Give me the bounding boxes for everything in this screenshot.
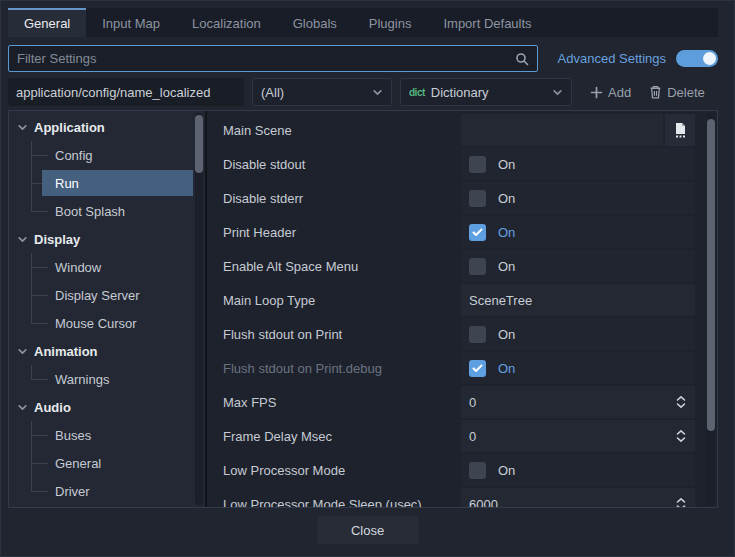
tab-globals[interactable]: Globals: [277, 8, 353, 37]
chevron-down-icon: [17, 346, 28, 357]
delete-button-label: Delete: [667, 85, 705, 100]
toggle-knob: [703, 52, 716, 65]
checkbox-text: On: [498, 157, 515, 172]
setting-label: Flush stdout on Print.debug: [207, 361, 461, 376]
tree-item-window[interactable]: Window: [9, 253, 205, 281]
setting-value-cell: On: [461, 182, 695, 214]
checkbox[interactable]: [469, 326, 486, 343]
spinbox-field[interactable]: 0: [461, 420, 695, 452]
setting-label: Low Processor Mode Sleep (usec): [207, 497, 461, 508]
tree-section-label: Display: [34, 232, 80, 247]
tree-item-warnings[interactable]: Warnings: [9, 365, 205, 393]
setting-label: Low Processor Mode: [207, 463, 461, 478]
tree-item-mouse-cursor[interactable]: Mouse Cursor: [9, 309, 205, 337]
setting-value-cell: On: [461, 216, 695, 248]
text-field[interactable]: SceneTree: [461, 284, 695, 316]
setting-row: Max FPS0: [207, 385, 707, 419]
close-button[interactable]: Close: [317, 516, 419, 544]
tree-item-label: Config: [9, 148, 93, 163]
tree-scrollbar[interactable]: [195, 113, 203, 505]
tree-item-driver[interactable]: Driver: [9, 477, 205, 505]
setting-row: Print HeaderOn: [207, 215, 707, 249]
checkbox[interactable]: [469, 360, 486, 377]
checkbox[interactable]: [469, 190, 486, 207]
tab-bar: GeneralInput MapLocalizationGlobalsPlugi…: [8, 8, 718, 37]
setting-row: Low Processor Mode Sleep (usec)6000: [207, 487, 707, 507]
setting-label: Print Header: [207, 225, 461, 240]
tree-item-buses[interactable]: Buses: [9, 421, 205, 449]
setting-label: Max FPS: [207, 395, 461, 410]
tree-section-label: Application: [34, 120, 105, 135]
settings-scrollbar[interactable]: [707, 113, 715, 505]
tab-import-defaults[interactable]: Import Defaults: [427, 8, 547, 37]
feature-select[interactable]: (All): [252, 78, 392, 106]
checkbox-text: On: [498, 225, 515, 240]
tree-item-label: Buses: [9, 428, 91, 443]
checkbox[interactable]: [469, 258, 486, 275]
property-path-input[interactable]: application/config/name_localized: [8, 78, 244, 106]
setting-label: Flush stdout on Print: [207, 327, 461, 342]
add-button[interactable]: Add: [588, 78, 633, 106]
tree-section-label: Audio: [34, 400, 71, 415]
search-placeholder: Filter Settings: [17, 51, 515, 66]
checkbox[interactable]: [469, 462, 486, 479]
setting-row: Low Processor ModeOn: [207, 453, 707, 487]
category-tree: ApplicationConfigRunBoot SplashDisplayWi…: [9, 111, 205, 507]
setting-row: Flush stdout on Print.debugOn: [207, 351, 707, 385]
chevron-down-icon: [17, 234, 28, 245]
advanced-settings-toggle[interactable]: [676, 50, 718, 67]
tree-item-label: Driver: [9, 484, 90, 499]
setting-value-cell: On: [461, 454, 695, 486]
file-path-field[interactable]: [461, 114, 663, 146]
tree-section-label: Animation: [34, 344, 98, 359]
tree-item-label: Window: [9, 260, 101, 275]
tree-item-display-server[interactable]: Display Server: [9, 281, 205, 309]
tab-general[interactable]: General: [8, 8, 86, 37]
tree-section-application[interactable]: Application: [9, 113, 205, 141]
type-select[interactable]: dict Dictionary: [400, 78, 572, 106]
spinbox-value: 0: [469, 395, 476, 410]
spin-updown-icon[interactable]: [675, 395, 687, 409]
setting-label: Frame Delay Msec: [207, 429, 461, 444]
tree-item-boot-splash[interactable]: Boot Splash: [9, 197, 205, 225]
setting-value-cell: On: [461, 148, 695, 180]
search-input[interactable]: Filter Settings: [8, 45, 538, 72]
settings-content: ApplicationConfigRunBoot SplashDisplayWi…: [8, 110, 718, 508]
spin-updown-icon[interactable]: [675, 429, 687, 443]
setting-label: Main Loop Type: [207, 293, 461, 308]
tree-item-general[interactable]: General: [9, 449, 205, 477]
spinbox-field[interactable]: 0: [461, 386, 695, 418]
setting-value-cell: On: [461, 318, 695, 350]
delete-button[interactable]: Delete: [647, 78, 707, 106]
file-load-icon: [673, 122, 688, 139]
text-field-value: SceneTree: [469, 293, 532, 308]
setting-label: Disable stderr: [207, 191, 461, 206]
file-load-button[interactable]: [665, 114, 695, 146]
check-icon: [472, 228, 483, 237]
tab-input-map[interactable]: Input Map: [86, 8, 176, 37]
advanced-settings-label: Advanced Settings: [558, 51, 666, 66]
setting-value-cell: On: [461, 352, 695, 384]
checkbox-text: On: [498, 361, 515, 376]
tab-plugins[interactable]: Plugins: [353, 8, 428, 37]
chevron-down-icon: [17, 402, 28, 413]
tree-scrollbar-grabber[interactable]: [195, 115, 203, 173]
tree-item-run[interactable]: Run: [9, 169, 205, 197]
tab-localization[interactable]: Localization: [176, 8, 277, 37]
spinbox-value: 6000: [469, 497, 498, 508]
check-icon: [472, 364, 483, 373]
dict-type-icon: dict: [409, 87, 425, 98]
tree-section-animation[interactable]: Animation: [9, 337, 205, 365]
tree-item-label: Warnings: [9, 372, 109, 387]
settings-scrollbar-grabber[interactable]: [707, 119, 715, 431]
checkbox[interactable]: [469, 224, 486, 241]
spinbox-field[interactable]: 6000: [461, 488, 695, 507]
spin-updown-icon[interactable]: [675, 497, 687, 507]
add-button-label: Add: [608, 85, 631, 100]
tree-item-label: Run: [9, 176, 79, 191]
tree-item-config[interactable]: Config: [9, 141, 205, 169]
tree-section-audio[interactable]: Audio: [9, 393, 205, 421]
checkbox-text: On: [498, 259, 515, 274]
checkbox[interactable]: [469, 156, 486, 173]
tree-section-display[interactable]: Display: [9, 225, 205, 253]
